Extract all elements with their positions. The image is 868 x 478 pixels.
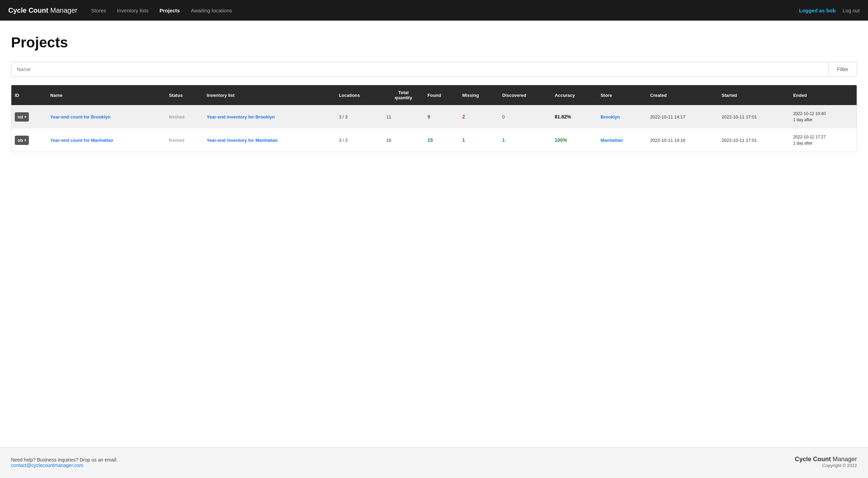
row1-inventory-list: Year-end inventory for Brooklyn bbox=[203, 105, 336, 128]
row2-missing: 1 bbox=[459, 128, 499, 152]
footer: Need help? Business inquiries? Drop us a… bbox=[0, 447, 868, 476]
col-header-created: Created bbox=[647, 85, 718, 105]
row1-ended: 2022-10-12 19:40 1 day after bbox=[790, 105, 857, 128]
row1-accuracy-value: 81.82% bbox=[555, 114, 571, 120]
nav-awaiting-locations[interactable]: Awaiting locations bbox=[191, 8, 232, 13]
row2-accuracy-value: 100% bbox=[555, 137, 567, 143]
table-row: ob ▾ Year-end count for Manhattan finish… bbox=[11, 128, 857, 152]
row2-id-badge[interactable]: ob ▾ bbox=[15, 136, 29, 145]
projects-table: ID Name Status Inventory list Locations … bbox=[11, 85, 857, 152]
navbar: Cycle Count Manager Stores Inventory lis… bbox=[0, 0, 868, 21]
logged-as-label: Logged as bob bbox=[799, 8, 836, 13]
row1-inventory-link[interactable]: Year-end inventory for Brooklyn bbox=[207, 114, 275, 120]
col-header-store: Store bbox=[597, 85, 647, 105]
row2-ended-cell: 2022-10-12 17:27 1 day after bbox=[793, 134, 853, 146]
footer-brand-light: Manager bbox=[831, 456, 857, 463]
row2-discovered: 1 bbox=[499, 128, 551, 152]
row2-discovered-value: 1 bbox=[502, 137, 505, 143]
col-header-ended: Ended bbox=[790, 85, 857, 105]
row2-ended: 2022-10-12 17:27 1 day after bbox=[790, 128, 857, 152]
nav-right: Logged as bob Log out bbox=[799, 8, 860, 13]
row2-store-link[interactable]: Manhattan bbox=[601, 138, 623, 143]
row1-total-quantity: 11 bbox=[383, 105, 424, 128]
row2-total-quantity: 16 bbox=[383, 128, 424, 152]
logout-button[interactable]: Log out bbox=[843, 8, 860, 13]
row2-name-link[interactable]: Year-end count for Manhattan bbox=[50, 138, 113, 143]
col-header-discovered: Discovered bbox=[499, 85, 551, 105]
col-header-found: Found bbox=[424, 85, 459, 105]
nav-stores[interactable]: Stores bbox=[91, 8, 106, 13]
row1-store: Brooklyn bbox=[597, 105, 647, 128]
row1-discovered: 0 bbox=[499, 105, 551, 128]
nav-projects[interactable]: Projects bbox=[159, 8, 180, 13]
projects-table-wrap: ID Name Status Inventory list Locations … bbox=[11, 85, 857, 152]
row1-status: finished bbox=[166, 105, 203, 128]
row2-store: Manhattan bbox=[597, 128, 647, 152]
page-title: Projects bbox=[11, 34, 857, 51]
row1-locations: 3 / 3 bbox=[335, 105, 383, 128]
row2-found-value: 15 bbox=[427, 137, 433, 143]
row1-id-badge[interactable]: nd ▾ bbox=[15, 112, 29, 122]
col-header-inventory-list: Inventory list bbox=[203, 85, 336, 105]
row2-started: 2022-10-11 17:01 bbox=[718, 128, 790, 152]
footer-right: Cycle Count Manager Copyright © 2022 bbox=[795, 456, 857, 468]
row2-status-text: finished bbox=[169, 138, 185, 143]
row2-missing-value: 1 bbox=[462, 137, 465, 143]
nav-inventory-lists[interactable]: Inventory lists bbox=[117, 8, 149, 13]
footer-left: Need help? Business inquiries? Drop us a… bbox=[11, 457, 118, 468]
col-header-status: Status bbox=[166, 85, 203, 105]
footer-help-text: Need help? Business inquiries? Drop us a… bbox=[11, 457, 118, 463]
col-header-missing: Missing bbox=[459, 85, 499, 105]
row1-store-link[interactable]: Brooklyn bbox=[601, 114, 620, 120]
footer-copyright: Copyright © 2022 bbox=[795, 463, 857, 468]
row2-found: 15 bbox=[424, 128, 459, 152]
brand-bold: Cycle Count bbox=[8, 7, 48, 14]
col-header-total-quantity: Totalquantity bbox=[383, 85, 424, 105]
row2-status: finished bbox=[166, 128, 203, 152]
row1-started: 2022-10-11 17:01 bbox=[718, 105, 790, 128]
row1-created: 2022-10-11 14:17 bbox=[647, 105, 718, 128]
main-content: Projects Filter ID Name Status Inventory… bbox=[0, 21, 868, 447]
name-filter-input[interactable] bbox=[11, 62, 828, 76]
row1-id-text: nd bbox=[18, 114, 23, 120]
col-header-started: Started bbox=[718, 85, 790, 105]
chevron-down-icon: ▾ bbox=[24, 138, 26, 142]
row2-ended-relative: 1 day after bbox=[793, 141, 813, 146]
row1-missing-value: 2 bbox=[462, 114, 465, 120]
row2-inventory-list: Year-end inventory for Manhattan bbox=[203, 128, 336, 152]
row2-id-text: ob bbox=[18, 138, 23, 143]
row1-ended-date: 2022-10-12 19:40 bbox=[793, 111, 826, 116]
row1-found: 9 bbox=[424, 105, 459, 128]
footer-brand: Cycle Count Manager bbox=[795, 456, 857, 463]
filter-bar: Filter bbox=[11, 62, 857, 77]
brand-light: Manager bbox=[48, 7, 78, 14]
nav-links: Stores Inventory lists Projects Awaiting… bbox=[91, 8, 799, 13]
row1-id: nd ▾ bbox=[11, 105, 47, 128]
row2-inventory-link[interactable]: Year-end inventory for Manhattan bbox=[207, 138, 278, 143]
row2-created: 2022-10-11 14:16 bbox=[647, 128, 718, 152]
col-header-name: Name bbox=[47, 85, 165, 105]
row1-status-text: finished bbox=[169, 114, 185, 120]
row1-accuracy: 81.82% bbox=[551, 105, 597, 128]
row2-accuracy: 100% bbox=[551, 128, 597, 152]
row1-missing: 2 bbox=[459, 105, 499, 128]
footer-email-link[interactable]: contact@cyclecountmanager.com bbox=[11, 463, 83, 468]
chevron-down-icon: ▾ bbox=[24, 115, 26, 119]
table-row: nd ▾ Year-end count for Brooklyn finishe… bbox=[11, 105, 857, 128]
filter-button[interactable]: Filter bbox=[828, 62, 857, 76]
col-header-accuracy: Accuracy bbox=[551, 85, 597, 105]
col-header-id: ID bbox=[11, 85, 47, 105]
row2-ended-date: 2022-10-12 17:27 bbox=[793, 135, 826, 139]
row1-name-link[interactable]: Year-end count for Brooklyn bbox=[50, 114, 110, 120]
row1-name: Year-end count for Brooklyn bbox=[47, 105, 165, 128]
row2-id: ob ▾ bbox=[11, 128, 47, 152]
logged-as-user: bob bbox=[826, 8, 836, 13]
row2-locations: 3 / 3 bbox=[335, 128, 383, 152]
row1-found-value: 9 bbox=[427, 114, 430, 120]
row1-ended-relative: 1 day after bbox=[793, 117, 813, 122]
row1-ended-cell: 2022-10-12 19:40 1 day after bbox=[793, 111, 853, 123]
brand-logo: Cycle Count Manager bbox=[8, 7, 77, 14]
col-header-locations: Locations bbox=[335, 85, 383, 105]
row2-name: Year-end count for Manhattan bbox=[47, 128, 165, 152]
footer-brand-bold: Cycle Count bbox=[795, 456, 831, 463]
